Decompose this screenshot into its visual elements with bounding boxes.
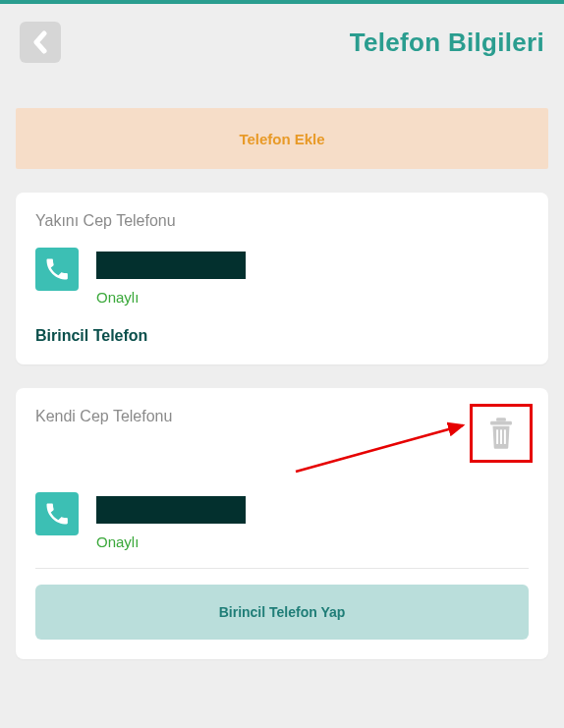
add-phone-button[interactable]: Telefon Ekle (16, 108, 548, 169)
make-primary-button[interactable]: Birincil Telefon Yap (35, 585, 529, 640)
phone-number-redacted (96, 252, 246, 279)
svg-rect-0 (496, 418, 506, 421)
add-phone-label: Telefon Ekle (239, 131, 324, 147)
card-title: Kendi Cep Telefonu (35, 408, 172, 425)
delete-phone-button[interactable] (470, 404, 533, 463)
back-button[interactable] (20, 22, 61, 63)
page-title: Telefon Bilgileri (350, 28, 544, 58)
header: Telefon Bilgileri (0, 4, 564, 81)
phone-card-relative: Yakını Cep Telefonu Onaylı Birincil Tele… (16, 193, 548, 364)
phone-icon (35, 248, 79, 291)
phone-number-redacted (96, 496, 246, 524)
phone-icon (35, 492, 79, 535)
phone-info: Onaylı (96, 248, 246, 306)
card-title: Yakını Cep Telefonu (35, 212, 529, 230)
primary-phone-label: Birincil Telefon (35, 327, 529, 345)
phone-info: Onaylı (96, 492, 246, 550)
svg-rect-4 (504, 429, 506, 444)
svg-rect-1 (490, 421, 512, 425)
chevron-left-icon (31, 30, 49, 54)
status-badge: Onaylı (96, 533, 246, 550)
status-badge: Onaylı (96, 289, 246, 306)
divider (35, 568, 529, 569)
phone-row: Onaylı (35, 492, 529, 550)
phone-card-own: Kendi Cep Telefonu (16, 388, 548, 659)
card-header-row: Kendi Cep Telefonu (35, 408, 529, 463)
make-primary-label: Birincil Telefon Yap (219, 604, 346, 620)
svg-rect-3 (500, 429, 502, 444)
svg-rect-2 (496, 429, 498, 444)
trash-icon (486, 417, 516, 450)
phone-row: Onaylı (35, 248, 529, 306)
